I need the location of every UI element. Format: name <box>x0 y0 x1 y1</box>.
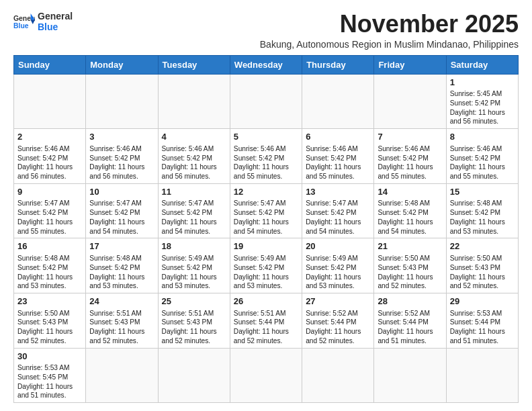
day-info: Sunrise: 5:49 AM Sunset: 5:42 PM Dayligh… <box>306 254 370 291</box>
weekday-header-row: SundayMondayTuesdayWednesdayThursdayFrid… <box>14 55 519 74</box>
calendar-cell: 19Sunrise: 5:49 AM Sunset: 5:42 PM Dayli… <box>230 238 302 293</box>
day-number: 4 <box>162 131 226 143</box>
day-info: Sunrise: 5:48 AM Sunset: 5:42 PM Dayligh… <box>89 254 154 291</box>
day-number: 3 <box>89 131 154 143</box>
calendar-cell: 8Sunrise: 5:46 AM Sunset: 5:42 PM Daylig… <box>446 129 518 184</box>
calendar-cell: 18Sunrise: 5:49 AM Sunset: 5:42 PM Dayli… <box>158 238 230 293</box>
calendar-cell: 11Sunrise: 5:47 AM Sunset: 5:42 PM Dayli… <box>158 183 230 238</box>
calendar-cell <box>374 348 446 403</box>
calendar-cell: 28Sunrise: 5:52 AM Sunset: 5:44 PM Dayli… <box>374 293 446 349</box>
calendar-cell <box>302 348 374 403</box>
title-block: November 2025 Bakung, Autonomous Region … <box>260 11 519 50</box>
svg-text:Blue: Blue <box>13 22 29 30</box>
day-number: 13 <box>306 186 370 198</box>
day-info: Sunrise: 5:48 AM Sunset: 5:42 PM Dayligh… <box>450 199 515 236</box>
day-number: 20 <box>306 240 370 253</box>
calendar-cell: 15Sunrise: 5:48 AM Sunset: 5:42 PM Dayli… <box>446 183 518 238</box>
calendar-cell <box>14 74 86 129</box>
day-number: 28 <box>378 295 442 308</box>
week-row-5: 23Sunrise: 5:50 AM Sunset: 5:43 PM Dayli… <box>14 293 519 349</box>
day-number: 1 <box>450 77 515 89</box>
day-info: Sunrise: 5:47 AM Sunset: 5:42 PM Dayligh… <box>17 199 82 236</box>
day-info: Sunrise: 5:52 AM Sunset: 5:44 PM Dayligh… <box>378 309 442 346</box>
week-row-3: 9Sunrise: 5:47 AM Sunset: 5:42 PM Daylig… <box>14 183 519 238</box>
calendar-cell <box>446 348 518 403</box>
month-title: November 2025 <box>260 11 519 38</box>
calendar-cell: 10Sunrise: 5:47 AM Sunset: 5:42 PM Dayli… <box>86 183 158 238</box>
weekday-header-sunday: Sunday <box>14 55 86 74</box>
day-info: Sunrise: 5:48 AM Sunset: 5:42 PM Dayligh… <box>17 254 82 291</box>
calendar-cell: 17Sunrise: 5:48 AM Sunset: 5:42 PM Dayli… <box>86 238 158 293</box>
weekday-header-friday: Friday <box>374 55 446 74</box>
day-number: 2 <box>17 131 82 143</box>
calendar-cell: 5Sunrise: 5:46 AM Sunset: 5:42 PM Daylig… <box>230 129 302 184</box>
day-number: 24 <box>89 295 154 308</box>
calendar-cell: 6Sunrise: 5:46 AM Sunset: 5:42 PM Daylig… <box>302 129 374 184</box>
calendar-cell: 21Sunrise: 5:50 AM Sunset: 5:43 PM Dayli… <box>374 238 446 293</box>
day-info: Sunrise: 5:53 AM Sunset: 5:45 PM Dayligh… <box>17 363 82 400</box>
calendar-cell: 4Sunrise: 5:46 AM Sunset: 5:42 PM Daylig… <box>158 129 230 184</box>
calendar-cell: 23Sunrise: 5:50 AM Sunset: 5:43 PM Dayli… <box>14 293 86 349</box>
day-number: 29 <box>450 295 515 308</box>
day-number: 21 <box>378 240 442 253</box>
day-number: 19 <box>234 240 298 253</box>
week-row-1: 1Sunrise: 5:45 AM Sunset: 5:42 PM Daylig… <box>14 74 519 129</box>
logo-icon: General Blue <box>13 12 35 31</box>
calendar-cell <box>158 348 230 403</box>
calendar-cell: 30Sunrise: 5:53 AM Sunset: 5:45 PM Dayli… <box>14 348 86 403</box>
week-row-4: 16Sunrise: 5:48 AM Sunset: 5:42 PM Dayli… <box>14 238 519 293</box>
day-info: Sunrise: 5:46 AM Sunset: 5:42 PM Dayligh… <box>378 144 442 181</box>
calendar-cell: 22Sunrise: 5:50 AM Sunset: 5:43 PM Dayli… <box>446 238 518 293</box>
day-number: 8 <box>450 131 515 143</box>
calendar-cell: 1Sunrise: 5:45 AM Sunset: 5:42 PM Daylig… <box>446 74 518 129</box>
calendar-cell: 20Sunrise: 5:49 AM Sunset: 5:42 PM Dayli… <box>302 238 374 293</box>
day-info: Sunrise: 5:46 AM Sunset: 5:42 PM Dayligh… <box>89 144 154 181</box>
day-info: Sunrise: 5:50 AM Sunset: 5:43 PM Dayligh… <box>17 309 82 346</box>
day-info: Sunrise: 5:45 AM Sunset: 5:42 PM Dayligh… <box>450 89 515 126</box>
day-number: 22 <box>450 240 515 253</box>
logo-general: General <box>38 11 73 21</box>
calendar-cell <box>86 348 158 403</box>
logo: General Blue General Blue <box>13 11 73 32</box>
day-info: Sunrise: 5:50 AM Sunset: 5:43 PM Dayligh… <box>450 254 515 291</box>
weekday-header-saturday: Saturday <box>446 55 518 74</box>
day-number: 5 <box>234 131 298 143</box>
day-info: Sunrise: 5:49 AM Sunset: 5:42 PM Dayligh… <box>234 254 298 291</box>
calendar-cell <box>302 74 374 129</box>
calendar-cell <box>230 74 302 129</box>
calendar-cell: 24Sunrise: 5:51 AM Sunset: 5:43 PM Dayli… <box>86 293 158 349</box>
weekday-header-thursday: Thursday <box>302 55 374 74</box>
calendar-table: SundayMondayTuesdayWednesdayThursdayFrid… <box>13 55 519 404</box>
day-info: Sunrise: 5:46 AM Sunset: 5:42 PM Dayligh… <box>17 144 82 181</box>
calendar-cell: 14Sunrise: 5:48 AM Sunset: 5:42 PM Dayli… <box>374 183 446 238</box>
day-number: 26 <box>234 295 298 308</box>
day-number: 10 <box>89 186 154 198</box>
calendar-cell <box>230 348 302 403</box>
day-info: Sunrise: 5:52 AM Sunset: 5:44 PM Dayligh… <box>306 309 370 346</box>
calendar-cell <box>374 74 446 129</box>
calendar-cell: 2Sunrise: 5:46 AM Sunset: 5:42 PM Daylig… <box>14 129 86 184</box>
day-info: Sunrise: 5:53 AM Sunset: 5:44 PM Dayligh… <box>450 309 515 346</box>
calendar-cell: 29Sunrise: 5:53 AM Sunset: 5:44 PM Dayli… <box>446 293 518 349</box>
day-info: Sunrise: 5:46 AM Sunset: 5:42 PM Dayligh… <box>162 144 226 181</box>
weekday-header-tuesday: Tuesday <box>158 55 230 74</box>
location-subtitle: Bakung, Autonomous Region in Muslim Mind… <box>260 39 519 50</box>
day-number: 15 <box>450 186 515 198</box>
day-info: Sunrise: 5:46 AM Sunset: 5:42 PM Dayligh… <box>306 144 370 181</box>
calendar-cell: 27Sunrise: 5:52 AM Sunset: 5:44 PM Dayli… <box>302 293 374 349</box>
calendar-cell <box>158 74 230 129</box>
day-number: 25 <box>162 295 226 308</box>
calendar-cell <box>86 74 158 129</box>
day-number: 16 <box>17 240 82 253</box>
day-number: 9 <box>17 186 82 198</box>
day-number: 7 <box>378 131 442 143</box>
day-info: Sunrise: 5:50 AM Sunset: 5:43 PM Dayligh… <box>378 254 442 291</box>
day-info: Sunrise: 5:51 AM Sunset: 5:44 PM Dayligh… <box>234 309 298 346</box>
day-info: Sunrise: 5:51 AM Sunset: 5:43 PM Dayligh… <box>162 309 226 346</box>
day-number: 27 <box>306 295 370 308</box>
day-info: Sunrise: 5:47 AM Sunset: 5:42 PM Dayligh… <box>306 199 370 236</box>
calendar-cell: 26Sunrise: 5:51 AM Sunset: 5:44 PM Dayli… <box>230 293 302 349</box>
day-info: Sunrise: 5:51 AM Sunset: 5:43 PM Dayligh… <box>89 309 154 346</box>
day-info: Sunrise: 5:48 AM Sunset: 5:42 PM Dayligh… <box>378 199 442 236</box>
day-info: Sunrise: 5:46 AM Sunset: 5:42 PM Dayligh… <box>450 144 515 181</box>
